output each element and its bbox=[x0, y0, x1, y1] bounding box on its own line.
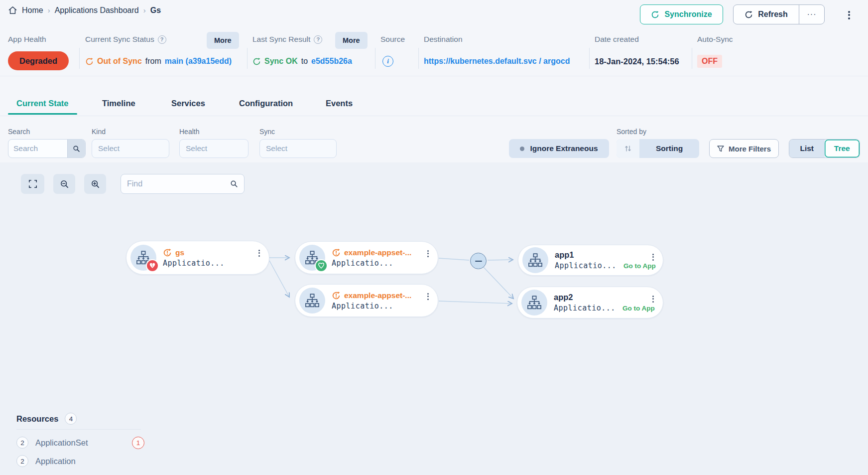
graph-node-appset-1[interactable]: example-appset-... Applicatio... bbox=[295, 241, 438, 274]
node-name: example-appset-... bbox=[344, 248, 411, 257]
collapse-group-button[interactable] bbox=[470, 253, 487, 269]
tab-timeline[interactable]: Timeline bbox=[102, 99, 135, 108]
more-filters-button[interactable]: More Filters bbox=[709, 139, 779, 158]
health-degraded-badge bbox=[146, 259, 159, 272]
search-input[interactable] bbox=[8, 140, 67, 158]
out-of-sync-icon bbox=[163, 248, 172, 257]
application-icon bbox=[522, 247, 548, 273]
search-icon bbox=[73, 145, 80, 153]
refresh-button-group: Refresh ··· bbox=[733, 4, 825, 24]
kind-select[interactable]: Select bbox=[92, 139, 169, 158]
last-sync-result-label: Last Sync Result ? bbox=[252, 35, 322, 44]
last-sync-revision-link[interactable]: e5d55b26a bbox=[311, 57, 352, 66]
tab-current-state[interactable]: Current State bbox=[16, 99, 69, 108]
refresh-icon bbox=[744, 10, 753, 19]
tab-events[interactable]: Events bbox=[326, 99, 353, 108]
breadcrumb: Home › Applications Dashboard › Gs bbox=[8, 5, 161, 15]
graph-node-app1[interactable]: app1 Applicatio... Go to App bbox=[518, 245, 663, 276]
node-name: app1 bbox=[555, 250, 574, 260]
graph-node-app2[interactable]: app2 Applicatio... Go to App bbox=[517, 287, 663, 318]
health-healthy-badge bbox=[315, 259, 328, 272]
go-to-app-link[interactable]: Go to App bbox=[623, 262, 656, 270]
current-sync-status-label: Current Sync Status ? bbox=[85, 35, 166, 44]
resource-alert-badge[interactable]: 1 bbox=[132, 437, 144, 449]
health-filter-label: Health bbox=[179, 128, 199, 136]
filter-funnel-icon bbox=[717, 146, 724, 152]
graph-node-gs[interactable]: gs Applicatio... bbox=[126, 241, 269, 275]
info-icon[interactable]: i bbox=[382, 56, 393, 67]
resource-count-badge: 2 bbox=[16, 437, 28, 449]
graph-node-appset-2[interactable]: example-appset-... Applicatio... bbox=[295, 284, 438, 317]
current-sync-more-button[interactable]: More bbox=[207, 32, 239, 49]
zoom-in-button[interactable] bbox=[84, 174, 106, 194]
zoom-out-button[interactable] bbox=[53, 174, 75, 194]
current-sync-revision-link[interactable]: main (a39a15edd) bbox=[165, 57, 232, 66]
tab-bar: Current State Timeline Services Configur… bbox=[0, 95, 868, 116]
help-icon[interactable]: ? bbox=[314, 35, 322, 44]
sorting-button[interactable]: Sorting bbox=[617, 139, 699, 158]
source-label: Source bbox=[380, 35, 405, 44]
current-sync-status-value: Out of Sync from main (a39a15edd) bbox=[85, 54, 232, 69]
help-icon[interactable]: ? bbox=[158, 35, 166, 44]
synchronize-button[interactable]: Synchronize bbox=[640, 4, 723, 24]
heart-icon bbox=[318, 262, 325, 269]
sort-icon bbox=[624, 145, 632, 153]
divider bbox=[16, 429, 141, 430]
resource-kind-label: Application bbox=[35, 457, 76, 466]
broken-heart-icon bbox=[149, 262, 156, 269]
out-of-sync-icon bbox=[85, 57, 94, 66]
last-sync-result-value: Sync OK to e5d55b26a bbox=[252, 54, 352, 69]
kebab-menu-icon[interactable] bbox=[425, 248, 431, 259]
toggle-dot-icon bbox=[520, 147, 524, 151]
kebab-menu-icon[interactable] bbox=[650, 293, 656, 305]
fullscreen-button[interactable] bbox=[21, 174, 44, 194]
sync-select[interactable]: Select bbox=[259, 139, 337, 158]
node-kind: Applicatio... bbox=[555, 261, 617, 270]
tab-configuration[interactable]: Configuration bbox=[239, 99, 293, 108]
search-filter-label: Search bbox=[8, 128, 30, 136]
date-created-label: Date created bbox=[595, 35, 639, 44]
find-input-group bbox=[121, 174, 245, 194]
chevron-separator-icon: › bbox=[48, 6, 50, 14]
chevron-separator-icon: › bbox=[143, 6, 146, 14]
kind-filter-label: Kind bbox=[92, 128, 106, 136]
app-health-label: App Health bbox=[8, 35, 46, 44]
resources-total-badge: 4 bbox=[65, 413, 77, 425]
tab-services[interactable]: Services bbox=[171, 99, 205, 108]
application-icon bbox=[521, 290, 547, 316]
application-dashboard-page: Home › Applications Dashboard › Gs Synch… bbox=[0, 0, 868, 475]
zoom-in-icon bbox=[91, 179, 100, 189]
destination-link[interactable]: https://kubernetes.default.svc / argocd bbox=[424, 57, 570, 66]
search-button[interactable] bbox=[67, 140, 85, 158]
find-input[interactable] bbox=[127, 179, 226, 188]
auto-sync-label: Auto-Sync bbox=[697, 35, 733, 44]
resource-count-badge: 2 bbox=[16, 455, 28, 467]
sync-icon bbox=[651, 10, 659, 19]
kebab-menu-icon[interactable] bbox=[845, 9, 853, 21]
kebab-menu-icon[interactable] bbox=[256, 247, 262, 259]
breadcrumb-applications-dashboard[interactable]: Applications Dashboard bbox=[55, 6, 139, 15]
kebab-menu-icon[interactable] bbox=[650, 251, 656, 263]
health-select[interactable]: Select bbox=[179, 139, 248, 158]
resources-header: Resources 4 bbox=[16, 413, 77, 425]
applicationset-icon bbox=[299, 245, 325, 271]
resource-kind-label: ApplicationSet bbox=[35, 438, 88, 448]
view-toggle-tree[interactable]: Tree bbox=[825, 140, 860, 158]
refresh-more-options-button[interactable]: ··· bbox=[799, 5, 824, 24]
ignore-extraneous-toggle[interactable]: Ignore Extraneous bbox=[509, 139, 609, 158]
zoom-out-icon bbox=[60, 179, 69, 189]
view-toggle-list[interactable]: List bbox=[789, 140, 825, 158]
node-kind: Applicatio... bbox=[554, 304, 616, 313]
resource-row-applicationset[interactable]: 2 ApplicationSet bbox=[16, 437, 88, 449]
node-kind: Applicatio... bbox=[332, 259, 393, 268]
sync-filter-label: Sync bbox=[259, 128, 275, 136]
last-sync-more-button[interactable]: More bbox=[335, 32, 368, 49]
resource-row-application[interactable]: 2 Application bbox=[16, 455, 76, 467]
status-bar: App Health Degraded Current Sync Status … bbox=[0, 28, 868, 76]
kebab-menu-icon[interactable] bbox=[425, 291, 431, 302]
sorted-by-label: Sorted by bbox=[617, 128, 646, 136]
breadcrumb-home[interactable]: Home bbox=[22, 6, 43, 15]
home-icon[interactable] bbox=[8, 5, 17, 15]
go-to-app-link[interactable]: Go to App bbox=[622, 305, 655, 312]
refresh-button[interactable]: Refresh bbox=[734, 5, 799, 24]
